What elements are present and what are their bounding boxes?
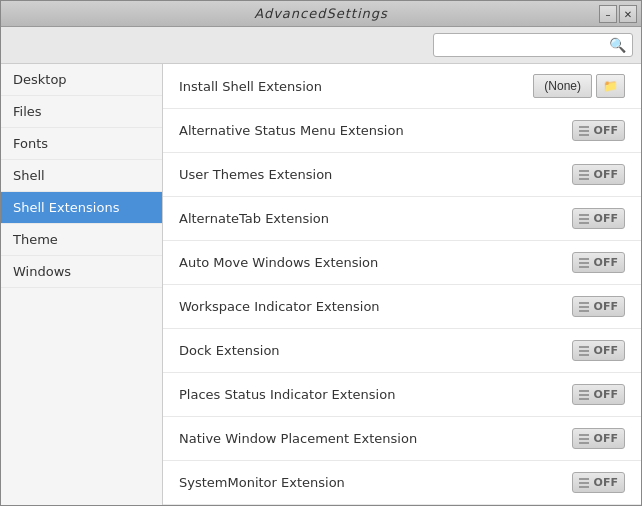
extension-row-2: AlternateTab Extension OFF	[163, 197, 641, 241]
toggle-lines-3	[579, 258, 589, 268]
extension-row-1: User Themes Extension OFF	[163, 153, 641, 197]
minimize-button[interactable]: –	[599, 5, 617, 23]
extension-row-4: Workspace Indicator Extension OFF	[163, 285, 641, 329]
app-window: AdvancedSettings – ✕ 🔍 Desktop Files Fon…	[0, 0, 642, 506]
window-controls: – ✕	[599, 5, 637, 23]
titlebar: AdvancedSettings – ✕	[1, 1, 641, 27]
toggle-2[interactable]: OFF	[572, 208, 625, 229]
toggle-lines-8	[579, 478, 589, 488]
toggle-lines-6	[579, 390, 589, 400]
toggle-lines-1	[579, 170, 589, 180]
toggle-0[interactable]: OFF	[572, 120, 625, 141]
search-icon: 🔍	[609, 37, 626, 53]
extension-name-3: Auto Move Windows Extension	[179, 255, 572, 270]
content-area: Desktop Files Fonts Shell Shell Extensio…	[1, 64, 641, 505]
search-input[interactable]	[440, 38, 609, 53]
toggle-lines-4	[579, 302, 589, 312]
extension-name-8: SystemMonitor Extension	[179, 475, 572, 490]
sidebar-item-theme[interactable]: Theme	[1, 224, 162, 256]
extension-row-5: Dock Extension OFF	[163, 329, 641, 373]
install-extension-row: Install Shell Extension (None) 📁	[163, 64, 641, 109]
extension-row-6: Places Status Indicator Extension OFF	[163, 373, 641, 417]
extension-name-4: Workspace Indicator Extension	[179, 299, 572, 314]
extension-name-6: Places Status Indicator Extension	[179, 387, 572, 402]
extension-row-0: Alternative Status Menu Extension OFF	[163, 109, 641, 153]
extension-row-3: Auto Move Windows Extension OFF	[163, 241, 641, 285]
extension-row-8: SystemMonitor Extension OFF	[163, 461, 641, 505]
install-label: Install Shell Extension	[179, 79, 533, 94]
window-title: AdvancedSettings	[254, 6, 388, 21]
toggle-lines-2	[579, 214, 589, 224]
sidebar: Desktop Files Fonts Shell Shell Extensio…	[1, 64, 163, 505]
toggle-5[interactable]: OFF	[572, 340, 625, 361]
extension-name-1: User Themes Extension	[179, 167, 572, 182]
close-button[interactable]: ✕	[619, 5, 637, 23]
extension-name-2: AlternateTab Extension	[179, 211, 572, 226]
sidebar-item-windows[interactable]: Windows	[1, 256, 162, 288]
extension-name-7: Native Window Placement Extension	[179, 431, 572, 446]
toggle-lines-0	[579, 126, 589, 136]
toggle-1[interactable]: OFF	[572, 164, 625, 185]
install-folder-button[interactable]: 📁	[596, 74, 625, 98]
install-none-button[interactable]: (None)	[533, 74, 592, 98]
toggle-4[interactable]: OFF	[572, 296, 625, 317]
sidebar-item-desktop[interactable]: Desktop	[1, 64, 162, 96]
sidebar-item-shell-extensions[interactable]: Shell Extensions	[1, 192, 162, 224]
toggle-lines-7	[579, 434, 589, 444]
toggle-6[interactable]: OFF	[572, 384, 625, 405]
toggle-lines-5	[579, 346, 589, 356]
main-content: Install Shell Extension (None) 📁 Alterna…	[163, 64, 641, 505]
toggle-8[interactable]: OFF	[572, 472, 625, 493]
search-box[interactable]: 🔍	[433, 33, 633, 57]
toggle-3[interactable]: OFF	[572, 252, 625, 273]
extension-name-5: Dock Extension	[179, 343, 572, 358]
toolbar: 🔍	[1, 27, 641, 64]
toggle-7[interactable]: OFF	[572, 428, 625, 449]
extension-row-7: Native Window Placement Extension OFF	[163, 417, 641, 461]
sidebar-item-files[interactable]: Files	[1, 96, 162, 128]
extension-name-0: Alternative Status Menu Extension	[179, 123, 572, 138]
sidebar-item-shell[interactable]: Shell	[1, 160, 162, 192]
sidebar-item-fonts[interactable]: Fonts	[1, 128, 162, 160]
